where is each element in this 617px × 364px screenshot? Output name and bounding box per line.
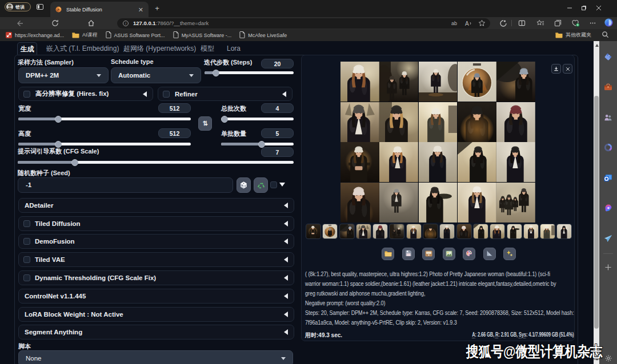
- thumbnail-6[interactable]: [390, 224, 404, 238]
- translate-icon[interactable]: ab: [451, 19, 460, 27]
- batch-count-slider[interactable]: [221, 118, 294, 120]
- thumbnail-7[interactable]: [407, 224, 421, 238]
- sd-tab-3[interactable]: 模型: [201, 42, 216, 55]
- accordion-checkbox[interactable]: [23, 220, 30, 227]
- gallery-image-9[interactable]: [458, 102, 496, 142]
- gallery-image-3[interactable]: [419, 62, 458, 102]
- address-bar[interactable]: i 127.0.0.1:7860/?__theme=dark ab A: [117, 18, 490, 29]
- thumbnail-12[interactable]: [490, 224, 504, 238]
- accordion-controlnet-v1-1-445[interactable]: ControlNet v1.1.445: [18, 289, 294, 304]
- gallery-image-15[interactable]: [496, 142, 535, 182]
- sidebar-people-icon[interactable]: [603, 112, 613, 122]
- gallery-image-18[interactable]: [419, 183, 458, 223]
- url-text[interactable]: 127.0.0.1:7860/?__theme=dark: [133, 20, 451, 26]
- accordion-tiled-vae[interactable]: Tiled VAE: [18, 252, 294, 267]
- thumbnail-1[interactable]: [306, 224, 320, 238]
- other-favorites-label[interactable]: 其他收藏夹: [566, 31, 591, 39]
- width-slider[interactable]: [18, 118, 191, 120]
- folder-button[interactable]: [382, 248, 394, 260]
- new-tab-button[interactable]: +: [153, 5, 161, 13]
- copilot-icon[interactable]: [604, 18, 614, 27]
- swap-dimensions-button[interactable]: ⇅: [198, 116, 212, 131]
- gallery-image-12[interactable]: [379, 142, 418, 182]
- accordion-collapse-icon[interactable]: [284, 238, 288, 244]
- accordion-checkbox[interactable]: [23, 238, 30, 245]
- sidebar-plane-icon[interactable]: [603, 233, 613, 243]
- gallery-image-4[interactable]: [458, 62, 496, 102]
- gallery-image-13[interactable]: [419, 142, 458, 182]
- tab-close-icon[interactable]: ✕: [138, 7, 143, 13]
- height-slider[interactable]: [18, 143, 191, 145]
- thumbnail-5[interactable]: [373, 224, 387, 238]
- accordion-demofusion[interactable]: DemoFusion: [18, 234, 294, 249]
- script-dropdown[interactable]: None: [18, 350, 293, 364]
- accordion-collapse-icon[interactable]: [284, 275, 288, 281]
- refiner-checkbox[interactable]: [163, 91, 170, 98]
- thumbnail-2[interactable]: [323, 224, 337, 238]
- thumbnail-4[interactable]: [356, 224, 371, 238]
- site-info-icon[interactable]: i: [123, 21, 129, 26]
- home-icon[interactable]: [86, 18, 96, 28]
- back-icon[interactable]: [14, 18, 24, 28]
- gallery-image-19[interactable]: [458, 183, 496, 223]
- steps-slider[interactable]: [205, 71, 294, 74]
- gallery-image-7[interactable]: [379, 102, 418, 142]
- sidebar-ring-icon[interactable]: [603, 143, 613, 152]
- sd-tab-1[interactable]: 嵌入式 (T.I. Embedding): [46, 42, 104, 55]
- accordion-collapse-icon[interactable]: [284, 257, 288, 262]
- gallery-image-11[interactable]: [340, 142, 379, 182]
- accordion-dynamic-thresholding-cfg-scale-fix-[interactable]: Dynamic Thresholding (CFG Scale Fix): [18, 270, 294, 285]
- accordion-checkbox[interactable]: [23, 256, 30, 263]
- save-button[interactable]: [402, 248, 415, 260]
- thumbnail-8[interactable]: [423, 224, 438, 238]
- workspaces-icon[interactable]: [37, 4, 43, 10]
- sd-tab-2[interactable]: 超网络 (Hypernetworks): [123, 42, 190, 55]
- accordion-collapse-icon[interactable]: [284, 293, 288, 299]
- reuse-seed-button[interactable]: [254, 177, 268, 193]
- scrollbar-thumb[interactable]: [594, 96, 599, 329]
- favorites-icon[interactable]: [535, 18, 545, 28]
- accordion-checkbox[interactable]: [23, 274, 30, 281]
- bookmark-item[interactable]: https://exchange.ad...: [6, 30, 64, 41]
- cfg-slider[interactable]: [18, 161, 294, 164]
- sidebar-toolbox-icon[interactable]: [603, 82, 613, 92]
- accordion-collapse-icon[interactable]: [284, 329, 288, 335]
- refiner-collapse-icon[interactable]: [282, 91, 286, 97]
- profile-button[interactable]: 错误: [5, 2, 31, 11]
- thumbnail-13[interactable]: [507, 224, 522, 238]
- ruler-button[interactable]: [483, 248, 496, 260]
- sidebar-settings-icon[interactable]: [603, 353, 613, 363]
- gallery-image-14[interactable]: [458, 142, 496, 182]
- bookmark-item[interactable]: MyASUS Software -...: [173, 30, 232, 41]
- gallery-image-8[interactable]: [419, 102, 458, 142]
- sampler-dropdown[interactable]: DPM++ 2M: [18, 67, 109, 83]
- refresh-icon[interactable]: [50, 18, 60, 28]
- sd-tab-txt2img[interactable]: 生成: [17, 42, 37, 55]
- thumbnail-16[interactable]: [557, 224, 571, 238]
- favorite-star-icon[interactable]: [477, 19, 486, 27]
- more-menu-icon[interactable]: [588, 18, 598, 28]
- height-input[interactable]: 512: [158, 128, 191, 138]
- palette-button[interactable]: [463, 248, 475, 260]
- sparkles-button[interactable]: [503, 248, 516, 260]
- batch-count-input[interactable]: 4: [261, 103, 294, 113]
- hires-fix-panel[interactable]: 高分辨率修复 (Hires. fix): [18, 87, 153, 101]
- accordion-collapse-icon[interactable]: [284, 221, 288, 227]
- hires-fix-checkbox[interactable]: [23, 91, 30, 98]
- gallery-image-6[interactable]: [340, 102, 379, 142]
- gallery-image-2[interactable]: [379, 62, 418, 102]
- sidebar-add-icon[interactable]: [603, 262, 613, 272]
- bookmark-item[interactable]: ASUS Software Port...: [106, 30, 165, 41]
- accordion-adetailer[interactable]: ADetailer: [18, 198, 294, 213]
- bookbar-search-icon[interactable]: [602, 30, 609, 41]
- accordion-collapse-icon[interactable]: [284, 312, 288, 317]
- thumbnail-3[interactable]: [340, 224, 354, 238]
- zip-button[interactable]: [422, 248, 435, 260]
- scrollbar-up-icon[interactable]: [595, 44, 599, 47]
- batch-size-slider[interactable]: [221, 143, 294, 145]
- thumbnail-10[interactable]: [457, 224, 471, 238]
- gallery-image-10[interactable]: [496, 102, 535, 142]
- thumbnail-15[interactable]: [540, 224, 555, 238]
- sidebar-shopping-icon[interactable]: [603, 52, 613, 62]
- steps-input[interactable]: 20: [261, 59, 294, 68]
